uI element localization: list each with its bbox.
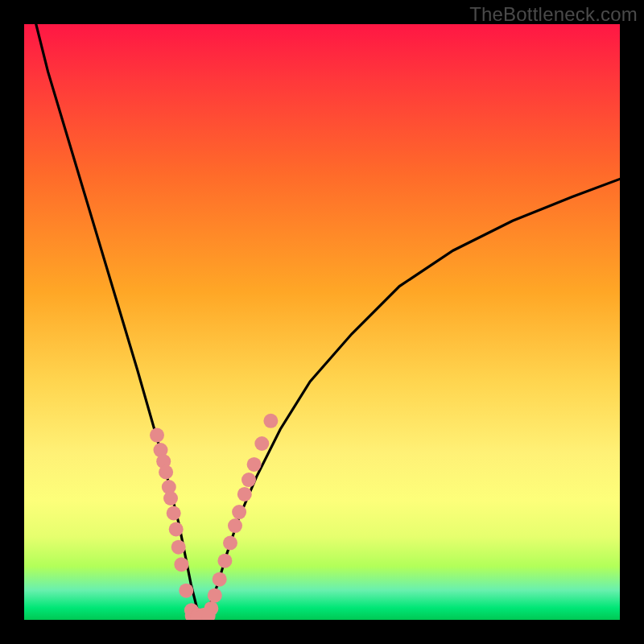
data-point — [159, 465, 173, 480]
data-point — [217, 554, 232, 568]
bottleneck-curve — [36, 24, 620, 617]
data-point — [179, 584, 193, 598]
outer-frame: TheBottleneck.com — [0, 0, 644, 644]
watermark-text: TheBottleneck.com — [469, 3, 638, 26]
data-point — [208, 588, 222, 603]
data-point — [171, 540, 186, 555]
data-point — [254, 436, 269, 451]
data-point — [232, 505, 246, 519]
data-point — [237, 487, 252, 502]
plot-area — [24, 24, 620, 620]
data-point — [263, 414, 278, 428]
data-point — [174, 557, 188, 572]
data-points — [150, 414, 278, 620]
data-point — [169, 522, 184, 537]
data-point — [228, 518, 242, 533]
data-point — [242, 473, 256, 487]
data-point — [213, 572, 227, 587]
data-point — [247, 457, 262, 472]
chart-svg — [24, 24, 620, 620]
data-point — [167, 506, 181, 521]
data-point — [223, 536, 237, 551]
data-point — [163, 491, 178, 506]
data-point — [150, 428, 164, 443]
